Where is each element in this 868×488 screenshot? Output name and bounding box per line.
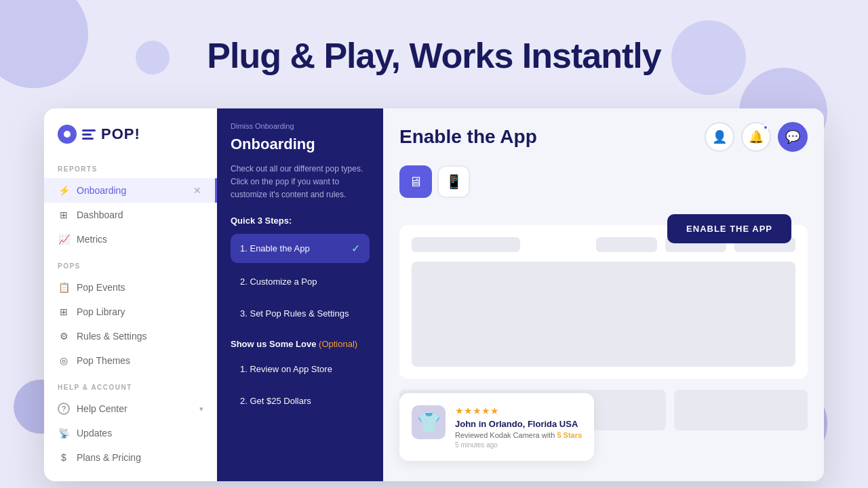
- bell-icon: 🔔: [749, 129, 764, 144]
- sidebar-item-rules-settings[interactable]: ⚙ Rules & Settings: [44, 324, 217, 348]
- notification-dot: [763, 125, 768, 130]
- review-avatar: 👕: [412, 405, 446, 439]
- sidebar-item-metrics[interactable]: 📈 Metrics: [44, 227, 217, 251]
- logo-text: POP!: [101, 125, 140, 143]
- section-reports-label: REPORTS: [44, 165, 217, 178]
- logo-icon: [58, 125, 77, 144]
- chevron-down-icon: ▾: [199, 405, 203, 413]
- updates-icon: 📡: [58, 427, 70, 439]
- user-icon-button[interactable]: 👤: [705, 122, 734, 152]
- skeleton-bar-2: [596, 237, 657, 252]
- review-content: ★★★★★ John in Orlando, Florida USA Revie…: [455, 405, 582, 449]
- main-content: Enable the App 👤 🔔 💬 🖥: [383, 108, 824, 481]
- dismiss-onboarding-button[interactable]: Dimiss Onboarding: [231, 122, 370, 130]
- main-content-title: Enable the App: [399, 126, 537, 148]
- skeleton-bar-1: [412, 237, 520, 252]
- header-icons: 👤 🔔 💬: [705, 122, 808, 152]
- close-icon[interactable]: ✕: [193, 185, 201, 196]
- desktop-icon: 🖥: [409, 174, 422, 190]
- themes-icon: ◎: [58, 354, 70, 367]
- page-title: Plug & Play, Works Instantly: [0, 35, 868, 76]
- sidebar-item-updates[interactable]: 📡 Updates: [44, 421, 217, 445]
- section-help-label: HELP & ACCOUNT: [44, 384, 217, 396]
- review-stars-label: 5 Stars: [557, 431, 582, 439]
- help-icon: ?: [58, 403, 70, 415]
- card-skeleton-2: [674, 390, 808, 430]
- list-icon: 📋: [58, 281, 70, 293]
- sidebar-item-onboarding[interactable]: ⚡ Onboarding ✕: [44, 178, 217, 203]
- step-review-app-store[interactable]: 1. Review on App Store: [231, 356, 370, 382]
- sidebar-item-plans-pricing[interactable]: $ Plans & Pricing: [44, 445, 217, 470]
- lightning-icon: ⚡: [58, 184, 70, 197]
- check-icon: ✓: [351, 242, 360, 255]
- onboarding-title: Onboarding: [231, 136, 370, 153]
- step-enable-app[interactable]: 1. Enable the App ✓: [231, 234, 370, 263]
- bell-icon-button[interactable]: 🔔: [741, 122, 771, 152]
- pricing-icon: $: [58, 451, 70, 464]
- onboarding-description: Check out all our different pop types. C…: [231, 163, 370, 202]
- shirt-icon: 👕: [417, 411, 441, 434]
- step-get-dollars[interactable]: 2. Get $25 Dollars: [231, 388, 370, 414]
- optional-tag: (Optional): [319, 339, 357, 349]
- main-header: Enable the App 👤 🔔 💬: [399, 122, 808, 152]
- sidebar-item-help-center[interactable]: ? Help Center ▾: [44, 396, 217, 421]
- show-love-label: Show us Some Love (Optional): [231, 339, 370, 349]
- sidebar-item-pop-events[interactable]: 📋 Pop Events: [44, 275, 217, 300]
- preview-area: [399, 225, 808, 379]
- user-icon: 👤: [712, 129, 727, 144]
- toolbar: 🖥 📱 ENABLE THE APP: [399, 165, 808, 211]
- preview-placeholder: [412, 262, 795, 367]
- review-name: John in Orlando, Florida USA: [455, 419, 582, 429]
- device-tab-desktop[interactable]: 🖥: [399, 165, 432, 198]
- review-time: 5 minutes ago: [455, 441, 582, 449]
- chat-icon: 💬: [785, 129, 800, 144]
- logo-lines-icon: [82, 129, 96, 140]
- app-window: POP! REPORTS ⚡ Onboarding ✕ ⊞ Dashboard …: [44, 108, 824, 481]
- settings-icon: ⚙: [58, 330, 70, 342]
- chat-icon-button[interactable]: 💬: [778, 122, 808, 152]
- device-tab-mobile[interactable]: 📱: [437, 165, 470, 198]
- logo: POP!: [44, 125, 217, 160]
- mobile-icon: 📱: [446, 174, 462, 190]
- grid-icon: ⊞: [58, 209, 70, 221]
- step-customize-pop[interactable]: 2. Customize a Pop: [231, 268, 370, 295]
- step-set-rules[interactable]: 3. Set Pop Rules & Settings: [231, 300, 370, 327]
- section-pops-label: POPS: [44, 262, 217, 275]
- chart-icon: 📈: [58, 233, 70, 245]
- sidebar: POP! REPORTS ⚡ Onboarding ✕ ⊞ Dashboard …: [44, 108, 217, 481]
- review-text: Reviewed Kodak Camera with 5 Stars: [455, 431, 582, 439]
- sidebar-item-pop-themes[interactable]: ◎ Pop Themes: [44, 348, 217, 373]
- sidebar-item-dashboard[interactable]: ⊞ Dashboard: [44, 203, 217, 227]
- sidebar-item-pop-library[interactable]: ⊞ Pop Library: [44, 300, 217, 324]
- enable-app-button[interactable]: ENABLE THE APP: [667, 214, 791, 243]
- review-card: 👕 ★★★★★ John in Orlando, Florida USA Rev…: [399, 393, 594, 461]
- onboarding-panel: Dimiss Onboarding Onboarding Check out a…: [217, 108, 383, 481]
- library-icon: ⊞: [58, 306, 70, 318]
- device-tabs: 🖥 📱: [399, 165, 470, 198]
- review-stars: ★★★★★: [455, 405, 582, 416]
- quick-steps-label: Quick 3 Steps:: [231, 216, 370, 226]
